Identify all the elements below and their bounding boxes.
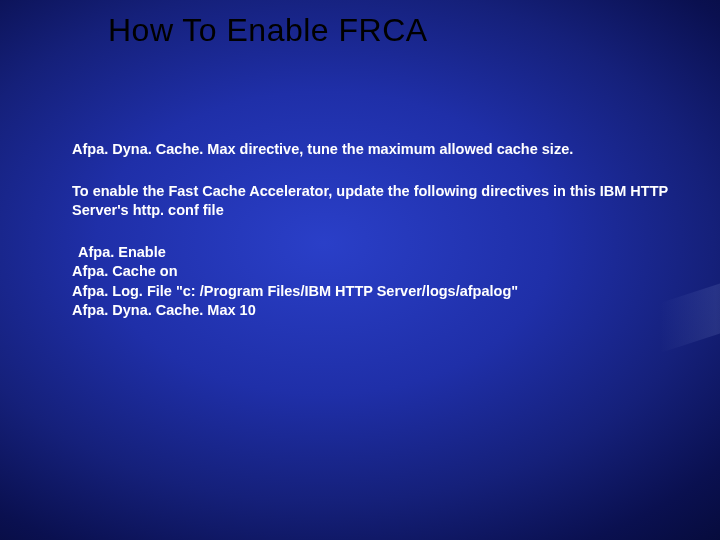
slide-title: How To Enable FRCA [108, 12, 428, 49]
config-line-enable: Afpa. Enable [72, 243, 680, 263]
config-line-logfile: Afpa. Log. File "c: /Program Files/IBM H… [72, 282, 680, 302]
config-line-dynacachemax: Afpa. Dyna. Cache. Max 10 [72, 301, 680, 321]
paragraph-2: To enable the Fast Cache Accelerator, up… [72, 182, 680, 221]
config-line-cache: Afpa. Cache on [72, 262, 680, 282]
slide-body: Afpa. Dyna. Cache. Max directive, tune t… [72, 140, 680, 321]
paragraph-1: Afpa. Dyna. Cache. Max directive, tune t… [72, 140, 680, 160]
config-block: Afpa. Enable Afpa. Cache on Afpa. Log. F… [72, 243, 680, 321]
slide: How To Enable FRCA Afpa. Dyna. Cache. Ma… [0, 0, 720, 540]
